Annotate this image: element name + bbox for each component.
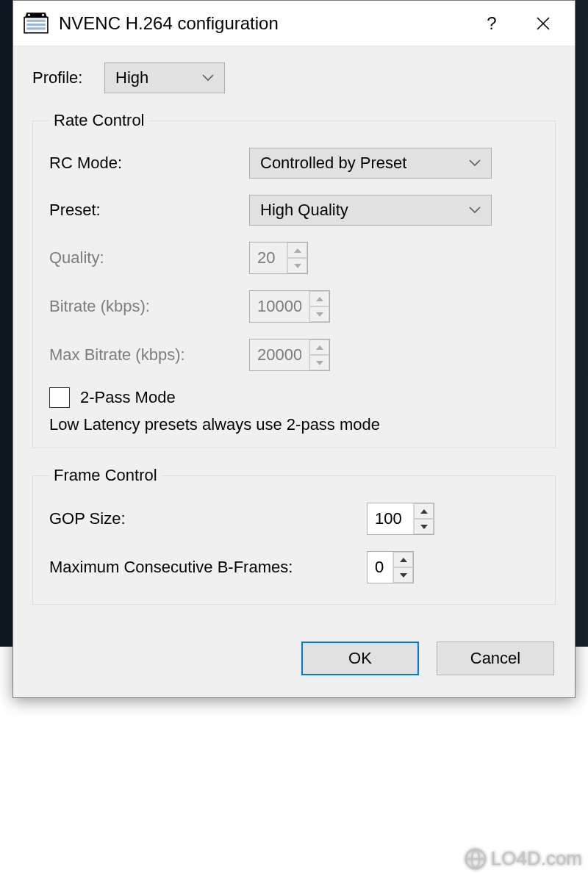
close-icon bbox=[536, 16, 551, 31]
spin-down-button bbox=[287, 258, 307, 273]
profile-label: Profile: bbox=[32, 68, 104, 87]
max-bitrate-label: Max Bitrate (kbps): bbox=[49, 345, 249, 364]
two-pass-note: Low Latency presets always use 2-pass mo… bbox=[49, 415, 539, 434]
chevron-down-icon bbox=[469, 159, 481, 167]
svg-rect-4 bbox=[26, 19, 46, 21]
two-pass-label: 2-Pass Mode bbox=[80, 388, 176, 407]
frame-control-group: Frame Control GOP Size: Maximum Consecut… bbox=[32, 466, 556, 605]
help-button[interactable]: ? bbox=[466, 5, 517, 42]
bframes-label: Maximum Consecutive B-Frames: bbox=[49, 558, 367, 577]
profile-row: Profile: High bbox=[32, 62, 556, 93]
bframes-row: Maximum Consecutive B-Frames: bbox=[49, 551, 539, 583]
quality-label: Quality: bbox=[49, 248, 249, 267]
preset-combo[interactable]: High Quality bbox=[249, 195, 492, 226]
spinner-buttons bbox=[413, 503, 434, 534]
spin-up-button[interactable] bbox=[393, 552, 413, 567]
gop-spinner[interactable] bbox=[367, 503, 434, 535]
max-bitrate-row: Max Bitrate (kbps): bbox=[49, 339, 539, 371]
rc-mode-combo[interactable]: Controlled by Preset bbox=[249, 148, 492, 179]
spin-down-button[interactable] bbox=[393, 567, 413, 583]
spin-down-button bbox=[309, 306, 329, 322]
svg-rect-5 bbox=[26, 24, 46, 26]
rc-mode-value: Controlled by Preset bbox=[260, 154, 406, 173]
spinner-buttons bbox=[309, 291, 329, 322]
dialog-footer: OK Cancel bbox=[13, 619, 575, 697]
nvenc-config-dialog: NVENC H.264 configuration ? Profile: Hig… bbox=[12, 0, 576, 698]
bframes-spinner[interactable] bbox=[367, 551, 414, 583]
help-icon: ? bbox=[487, 13, 496, 34]
bitrate-input bbox=[250, 291, 309, 322]
quality-spinner bbox=[249, 242, 308, 274]
rc-mode-row: RC Mode: Controlled by Preset bbox=[49, 148, 539, 179]
svg-point-2 bbox=[28, 13, 30, 15]
spinner-buttons bbox=[287, 242, 307, 273]
globe-icon bbox=[465, 848, 487, 870]
gop-label: GOP Size: bbox=[49, 509, 367, 528]
frame-control-legend: Frame Control bbox=[49, 466, 162, 485]
watermark-text: LO4D.com bbox=[491, 847, 582, 870]
preset-value: High Quality bbox=[260, 201, 348, 220]
chevron-down-icon bbox=[469, 206, 481, 214]
chevron-down-icon bbox=[202, 74, 214, 82]
window-title: NVENC H.264 configuration bbox=[59, 13, 466, 34]
spin-up-button[interactable] bbox=[414, 503, 434, 519]
profile-combo[interactable]: High bbox=[104, 62, 225, 93]
app-icon bbox=[24, 11, 49, 36]
preset-row: Preset: High Quality bbox=[49, 195, 539, 226]
rc-mode-label: RC Mode: bbox=[49, 154, 249, 173]
spinner-buttons bbox=[392, 552, 413, 583]
bitrate-row: Bitrate (kbps): bbox=[49, 290, 539, 323]
profile-value: High bbox=[115, 68, 148, 87]
gop-input[interactable] bbox=[368, 503, 413, 534]
gop-row: GOP Size: bbox=[49, 503, 539, 535]
spin-up-button bbox=[309, 291, 329, 306]
rate-control-legend: Rate Control bbox=[49, 111, 149, 130]
cancel-button[interactable]: Cancel bbox=[437, 642, 554, 675]
two-pass-checkbox[interactable] bbox=[49, 387, 70, 408]
quality-input bbox=[250, 242, 287, 273]
rate-control-group: Rate Control RC Mode: Controlled by Pres… bbox=[32, 111, 556, 448]
spin-down-button[interactable] bbox=[414, 519, 434, 534]
bitrate-spinner bbox=[249, 290, 330, 323]
spinner-buttons bbox=[309, 340, 329, 370]
spin-up-button bbox=[309, 340, 329, 355]
two-pass-row: 2-Pass Mode bbox=[49, 387, 539, 408]
bitrate-label: Bitrate (kbps): bbox=[49, 297, 249, 316]
preset-label: Preset: bbox=[49, 201, 249, 220]
svg-rect-6 bbox=[26, 27, 46, 29]
quality-row: Quality: bbox=[49, 242, 539, 274]
titlebar: NVENC H.264 configuration ? bbox=[13, 1, 575, 46]
bframes-input[interactable] bbox=[368, 552, 392, 583]
close-button[interactable] bbox=[517, 5, 569, 42]
max-bitrate-input bbox=[250, 340, 309, 370]
dialog-body: Profile: High Rate Control RC Mode: Cont… bbox=[13, 46, 575, 619]
max-bitrate-spinner bbox=[249, 339, 330, 371]
svg-point-3 bbox=[42, 13, 44, 15]
spin-down-button bbox=[309, 355, 329, 370]
spin-up-button bbox=[287, 242, 307, 258]
ok-button[interactable]: OK bbox=[301, 642, 419, 675]
watermark: LO4D.com bbox=[465, 847, 582, 870]
